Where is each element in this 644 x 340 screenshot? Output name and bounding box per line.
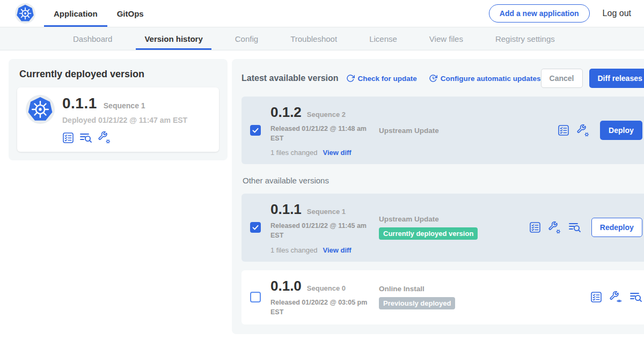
app-sub-navbar: Dashboard Version history Config Trouble… <box>0 27 644 50</box>
currently-deployed-panel: Currently deployed version 0.1.1 Sequenc… <box>9 59 228 160</box>
sequence-label: Sequence 2 <box>307 110 346 119</box>
version-source-label: Online Install <box>379 285 590 293</box>
subtab-version-history[interactable]: Version history <box>136 27 211 50</box>
sequence-label: Sequence 0 <box>307 284 346 292</box>
check-for-update-label: Check for update <box>358 75 417 83</box>
file-search-icon[interactable] <box>630 291 642 303</box>
subtab-config[interactable]: Config <box>226 27 267 50</box>
files-changed-label: 1 files changed <box>270 149 317 157</box>
deployed-sequence-label: Sequence 1 <box>104 101 145 110</box>
view-diff-link[interactable]: View diff <box>323 149 351 157</box>
redeploy-button[interactable]: Redeploy <box>591 218 642 237</box>
released-timestamp: Released 01/21/22 @ 11:45 am EST <box>270 221 377 240</box>
latest-version-header: Latest available version Check for updat… <box>241 69 644 88</box>
currently-deployed-badge: Currently deployed version <box>379 227 478 240</box>
file-search-icon[interactable] <box>79 132 92 144</box>
released-timestamp: Released 01/21/22 @ 11:48 am EST <box>270 124 377 143</box>
files-changed-label: 1 files changed <box>270 246 317 254</box>
subtab-version-history-label: Version history <box>144 34 202 43</box>
version-number: 0.1.0 <box>270 278 302 294</box>
latest-version-title: Latest available version <box>241 73 339 83</box>
subtab-license[interactable]: License <box>361 27 406 50</box>
deployed-timestamp: Deployed 01/21/22 @ 11:47 am EST <box>62 116 187 124</box>
version-number: 0.1.1 <box>270 201 302 218</box>
configure-automatic-updates-label: Configure automatic updates <box>441 75 541 83</box>
app-kubernetes-icon <box>26 95 55 124</box>
version-number: 0.1.2 <box>270 104 302 121</box>
subtab-view-files-label: View files <box>429 34 463 43</box>
version-row-0-1-2: 0.1.2 Sequence 2 Released 01/21/22 @ 11:… <box>241 97 644 164</box>
version-row-0-1-0: 0.1.0 Sequence 0 Released 01/20/22 @ 03:… <box>241 270 644 324</box>
checkmark-icon <box>252 127 259 134</box>
version-source-label: Upstream Update <box>379 215 529 223</box>
refresh-icon <box>346 74 355 83</box>
checklist-icon[interactable] <box>62 132 74 144</box>
refresh-clock-icon <box>429 74 437 83</box>
version-select-checkbox[interactable] <box>250 125 261 136</box>
view-config-wrench-eye-icon[interactable] <box>609 291 623 304</box>
tab-application-label: Application <box>54 9 98 18</box>
deployed-version-card: 0.1.1 Sequence 1 Deployed 01/21/22 @ 11:… <box>17 87 219 152</box>
deploy-button[interactable]: Deploy <box>600 121 642 140</box>
released-timestamp: Released 01/20/22 @ 03:05 pm EST <box>270 298 377 317</box>
version-source-label: Upstream Update <box>379 127 558 135</box>
checklist-icon[interactable] <box>590 291 602 303</box>
configure-automatic-updates-link[interactable]: Configure automatic updates <box>429 74 541 83</box>
edit-config-wrench-gear-icon[interactable] <box>98 131 111 144</box>
version-history-panel: Latest available version Check for updat… <box>232 59 644 334</box>
cancel-button[interactable]: Cancel <box>541 69 583 88</box>
top-navbar: Application GitOps Add a new application… <box>0 0 644 27</box>
subtab-config-label: Config <box>235 34 258 43</box>
deployed-version-number: 0.1.1 <box>62 95 97 112</box>
subtab-dashboard[interactable]: Dashboard <box>64 27 121 50</box>
tab-application[interactable]: Application <box>44 0 107 27</box>
add-application-button[interactable]: Add a new application <box>489 4 590 23</box>
view-diff-link[interactable]: View diff <box>323 246 351 254</box>
logout-link[interactable]: Log out <box>603 9 631 18</box>
edit-config-wrench-gear-icon[interactable] <box>548 221 561 234</box>
tab-gitops[interactable]: GitOps <box>107 0 153 27</box>
checklist-icon[interactable] <box>529 221 541 233</box>
subtab-registry-settings-label: Registry settings <box>495 34 555 43</box>
app-logo <box>15 0 35 27</box>
subtab-dashboard-label: Dashboard <box>73 34 112 43</box>
version-select-checkbox[interactable] <box>250 222 261 233</box>
checklist-icon[interactable] <box>558 124 569 136</box>
file-search-icon[interactable] <box>568 221 581 233</box>
subtab-license-label: License <box>369 34 397 43</box>
sequence-label: Sequence 1 <box>307 208 346 216</box>
other-available-versions-title: Other available versions <box>243 176 644 185</box>
tab-gitops-label: GitOps <box>117 9 144 18</box>
check-for-update-link[interactable]: Check for update <box>346 74 417 83</box>
version-row-0-1-1: 0.1.1 Sequence 1 Released 01/21/22 @ 11:… <box>241 194 644 261</box>
subtab-troubleshoot[interactable]: Troubleshoot <box>282 27 346 50</box>
version-select-checkbox[interactable] <box>250 292 261 302</box>
subtab-view-files[interactable]: View files <box>421 27 472 50</box>
previously-deployed-badge: Previously deployed <box>379 297 455 309</box>
kubernetes-logo-icon <box>15 3 35 24</box>
currently-deployed-title: Currently deployed version <box>19 69 219 80</box>
checkmark-icon <box>252 224 259 231</box>
edit-config-wrench-gear-icon[interactable] <box>576 124 590 137</box>
subtab-troubleshoot-label: Troubleshoot <box>290 34 337 43</box>
subtab-registry-settings[interactable]: Registry settings <box>487 27 564 50</box>
diff-releases-button[interactable]: Diff releases <box>589 69 644 88</box>
